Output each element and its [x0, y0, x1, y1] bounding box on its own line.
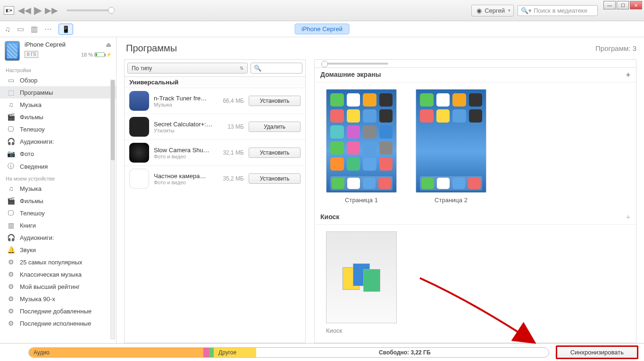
sidebar-section-ondevice: На моем устройстве — [0, 173, 116, 182]
sidebar-ondevice-music[interactable]: ♫Музыка — [0, 182, 116, 195]
gear-icon: ⚙ — [7, 320, 15, 327]
music-tab-icon[interactable]: ♫ — [5, 25, 10, 33]
app-row[interactable]: n-Track Tuner fre…Музыка 66,4 МБ Установ… — [125, 88, 305, 114]
sidebar-scrollbar[interactable] — [110, 80, 115, 339]
audiobook-icon: 🎧 — [7, 234, 15, 241]
music-icon: ♫ — [7, 101, 15, 108]
add-page-button[interactable]: + — [626, 71, 630, 79]
app-row[interactable]: Частное камера…Фото и видео 35,2 МБ Уста… — [125, 165, 305, 191]
sidebar-ondevice-movies[interactable]: 🎬Фильмы — [0, 195, 116, 207]
books-icon: ▥ — [7, 222, 15, 229]
sidebar-item-tvshows[interactable]: 🖵Телешоу — [0, 123, 116, 135]
more-tab-icon[interactable]: ⋯ — [44, 25, 52, 33]
sidebar-ondevice-tv[interactable]: 🖵Телешоу — [0, 207, 116, 219]
panel-toggle[interactable]: ◧▾ — [4, 6, 14, 15]
play-icon[interactable]: ▶ — [34, 4, 42, 16]
search-icon: 🔍▾ — [521, 7, 532, 14]
remove-button[interactable]: Удалить — [249, 122, 301, 132]
info-icon: ⓘ — [7, 162, 15, 171]
device-thumbnail — [5, 41, 20, 61]
storage-usage-bar: Аудио Другое Свободно: 3,22 ГБ — [28, 347, 549, 358]
install-button[interactable]: Установить — [249, 148, 301, 158]
movies-tab-icon[interactable]: ▭ — [17, 25, 24, 33]
app-row[interactable]: Slow Camera Shu…Фото и видео 32,1 МБ Уст… — [125, 139, 305, 165]
gear-icon: ⚙ — [7, 258, 15, 266]
sidebar-item-music[interactable]: ♫Музыка — [0, 98, 116, 111]
device-tab-button[interactable]: 📱 — [59, 24, 73, 35]
kiosk-folder[interactable]: Киоск — [326, 231, 397, 334]
eject-icon[interactable]: ⏏ — [106, 41, 111, 48]
device-header: iPhone Сергей ⏏ 8 Гб 18 % ⚡ — [0, 37, 116, 65]
sidebar-item-info[interactable]: ⓘСведения — [0, 160, 116, 173]
sidebar-ondevice-audiobooks[interactable]: 🎧Аудиокниги: — [0, 231, 116, 244]
user-label: Сергей — [485, 7, 505, 14]
search-placeholder: Поиск в медиатеке — [534, 7, 587, 14]
sidebar-playlist-toprated[interactable]: ⚙Мой высший рейтинг — [0, 280, 116, 293]
overview-icon: ▭ — [7, 76, 15, 84]
sidebar-playlist-classical[interactable]: ⚙Классическая музыка — [0, 268, 116, 280]
sidebar-playlist-recent-added[interactable]: ⚙Последние добавленные — [0, 305, 116, 317]
usage-other: Другое — [214, 348, 256, 357]
page-title: Программы — [126, 43, 177, 54]
user-icon: ◉ — [477, 7, 482, 14]
app-row[interactable]: Secret Calculator+:…Утилиты 13 МБ Удалит… — [125, 114, 305, 139]
gear-icon: ⚙ — [7, 307, 15, 315]
account-button[interactable]: ◉ Сергей — [471, 5, 514, 16]
sort-select[interactable]: По типу — [127, 63, 248, 74]
sidebar-playlist-recent-played[interactable]: ⚙Последние исполненные — [0, 317, 116, 329]
app-group-label: Универсальный — [125, 77, 305, 88]
storage-badge: 8 Гб — [25, 51, 38, 58]
top-toolbar: ◧▾ ◀◀ ▶ ▶▶ ◉ Сергей 🔍▾ Поиск в медиатеке… — [0, 0, 644, 21]
kiosk-label: Киоск — [320, 213, 339, 222]
zoom-slider[interactable] — [322, 63, 388, 65]
home-screen-page[interactable]: Страница 2 — [416, 89, 486, 204]
add-kiosk-button[interactable]: + — [626, 213, 630, 222]
sidebar-item-overview[interactable]: ▭Обзор — [0, 74, 116, 86]
sidebar-item-audiobooks[interactable]: 🎧Аудиокниги: — [0, 135, 116, 148]
movies-icon: 🎬 — [7, 197, 15, 205]
window-controls: — ☐ ✕ — [603, 1, 642, 9]
movies-icon: 🎬 — [7, 113, 15, 121]
next-icon[interactable]: ▶▶ — [45, 5, 58, 16]
books-tab-icon[interactable]: ▥ — [31, 25, 38, 33]
app-icon — [129, 91, 149, 111]
sidebar-item-photos[interactable]: 📷Фото — [0, 148, 116, 160]
install-button[interactable]: Установить — [249, 96, 301, 106]
device-name: iPhone Сергей — [25, 41, 66, 48]
sync-button[interactable]: Синхронизировать — [556, 345, 638, 359]
sidebar-ondevice-books[interactable]: ▥Книги — [0, 219, 116, 231]
sidebar-item-apps[interactable]: ⬚Программы — [0, 86, 116, 98]
close-button[interactable]: ✕ — [630, 1, 642, 9]
device-pill[interactable]: iPhone Сергей — [294, 24, 350, 34]
tv-icon: 🖵 — [7, 125, 15, 133]
app-icon — [129, 143, 149, 163]
content-area: Программы Программ: 3 По типу 🔍 Универса… — [117, 37, 644, 343]
search-icon: 🔍 — [254, 65, 261, 72]
library-search[interactable]: 🔍▾ Поиск в медиатеке — [518, 5, 598, 16]
app-icon — [129, 169, 149, 189]
sidebar-ondevice-sounds[interactable]: 🔔Звуки — [0, 244, 116, 256]
sidebar-playlist-90s[interactable]: ⚙Музыка 90-х — [0, 293, 116, 305]
home-screen-page[interactable]: Страница 1 — [326, 89, 397, 204]
maximize-button[interactable]: ☐ — [617, 1, 629, 9]
apps-search[interactable]: 🔍 — [251, 63, 302, 74]
app-icon — [129, 117, 149, 137]
home-screens-panel: Домашние экраны + Страница 1 — [314, 59, 636, 343]
volume-slider[interactable] — [67, 9, 114, 11]
gear-icon: ⚙ — [7, 283, 15, 290]
bell-icon: 🔔 — [7, 246, 15, 254]
usage-free: Свободно: 3,22 ГБ — [256, 348, 549, 357]
prev-icon[interactable]: ◀◀ — [18, 5, 31, 16]
bottom-bar: Аудио Другое Свободно: 3,22 ГБ Синхрониз… — [0, 343, 644, 361]
sidebar-playlist-top25[interactable]: ⚙25 самых популярных — [0, 256, 116, 268]
apps-panel: По типу 🔍 Универсальный n-Track Tuner fr… — [124, 59, 306, 343]
phone-icon: 📱 — [62, 25, 70, 33]
sidebar: iPhone Сергей ⏏ 8 Гб 18 % ⚡ Настройки ▭О… — [0, 37, 117, 343]
charging-icon: ⚡ — [106, 52, 111, 57]
minimize-button[interactable]: — — [603, 1, 616, 9]
apps-icon: ⬚ — [7, 89, 15, 96]
battery-percent: 18 % — [81, 52, 93, 57]
sidebar-item-movies[interactable]: 🎬Фильмы — [0, 111, 116, 123]
install-button[interactable]: Установить — [249, 173, 301, 184]
audiobook-icon: 🎧 — [7, 138, 15, 145]
